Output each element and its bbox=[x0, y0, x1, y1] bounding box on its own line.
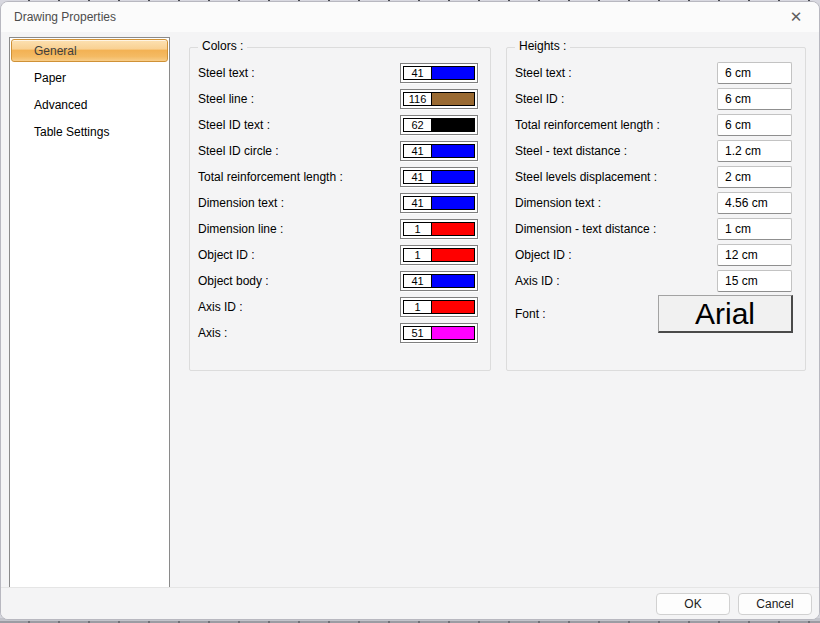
color-swatch[interactable] bbox=[432, 327, 474, 339]
sidebar-item-label: Paper bbox=[34, 71, 66, 85]
height-row: Axis ID : 15 cm bbox=[507, 268, 805, 294]
color-row: Steel line : 116 bbox=[190, 86, 490, 112]
color-swatch[interactable] bbox=[432, 145, 474, 157]
color-row: Dimension line : 1 bbox=[190, 216, 490, 242]
sidebar-item-table-settings[interactable]: Table Settings bbox=[10, 118, 169, 145]
height-value-field[interactable]: 1.2 cm bbox=[717, 140, 792, 162]
drawing-properties-dialog: Drawing Properties ✕ General Paper Advan… bbox=[0, 1, 820, 620]
color-picker-inner: 41 bbox=[403, 196, 475, 210]
height-row-label: Steel ID : bbox=[515, 92, 564, 106]
color-picker-control[interactable]: 41 bbox=[400, 141, 478, 161]
color-picker-inner: 116 bbox=[403, 92, 475, 106]
color-picker-control[interactable]: 41 bbox=[400, 193, 478, 213]
color-row-label: Steel text : bbox=[198, 66, 255, 80]
color-swatch[interactable] bbox=[432, 93, 474, 105]
color-swatch[interactable] bbox=[432, 171, 474, 183]
colors-rows: Steel text : 41 Steel line : 116 Steel I… bbox=[190, 60, 490, 346]
sidebar-item-label: Advanced bbox=[34, 98, 87, 112]
color-swatch[interactable] bbox=[432, 301, 474, 313]
color-picker-control[interactable]: 51 bbox=[400, 323, 478, 343]
height-row-label: Dimension text : bbox=[515, 196, 601, 210]
font-row: Font : Arial bbox=[507, 294, 805, 334]
height-value-field[interactable]: 6 cm bbox=[717, 114, 792, 136]
window-title: Drawing Properties bbox=[14, 10, 116, 24]
color-number-field[interactable]: 41 bbox=[404, 197, 432, 209]
color-number-field[interactable]: 116 bbox=[404, 93, 432, 105]
color-row: Dimension text : 41 bbox=[190, 190, 490, 216]
heights-group: Heights : Steel text : 6 cm Steel ID : 6… bbox=[506, 47, 806, 371]
height-value-field[interactable]: 6 cm bbox=[717, 62, 792, 84]
sidebar-item-paper[interactable]: Paper bbox=[10, 64, 169, 91]
height-row: Dimension - text distance : 1 cm bbox=[507, 216, 805, 242]
color-picker-inner: 1 bbox=[403, 248, 475, 262]
colors-group-title: Colors : bbox=[198, 39, 247, 53]
height-value-field[interactable]: 12 cm bbox=[717, 244, 792, 266]
color-number-field[interactable]: 41 bbox=[404, 171, 432, 183]
color-number-field[interactable]: 41 bbox=[404, 145, 432, 157]
color-picker-inner: 41 bbox=[403, 170, 475, 184]
color-number-field[interactable]: 62 bbox=[404, 119, 432, 131]
color-row: Object ID : 1 bbox=[190, 242, 490, 268]
font-button[interactable]: Arial bbox=[658, 295, 793, 333]
height-row: Object ID : 12 cm bbox=[507, 242, 805, 268]
height-value-field[interactable]: 6 cm bbox=[717, 88, 792, 110]
color-picker-inner: 41 bbox=[403, 144, 475, 158]
colors-group: Colors : Steel text : 41 Steel line : 11… bbox=[189, 47, 491, 371]
color-row: Steel text : 41 bbox=[190, 60, 490, 86]
height-value-field[interactable]: 15 cm bbox=[717, 270, 792, 292]
color-row: Total reinforcement length : 41 bbox=[190, 164, 490, 190]
height-row-label: Total reinforcement length : bbox=[515, 118, 660, 132]
color-number-field[interactable]: 1 bbox=[404, 223, 432, 235]
color-row-label: Axis ID : bbox=[198, 300, 243, 314]
height-value-field[interactable]: 2 cm bbox=[717, 166, 792, 188]
dialog-footer: OK Cancel bbox=[1, 587, 819, 619]
color-picker-inner: 41 bbox=[403, 274, 475, 288]
color-swatch[interactable] bbox=[432, 275, 474, 287]
height-row-label: Steel - text distance : bbox=[515, 144, 627, 158]
color-picker-control[interactable]: 41 bbox=[400, 63, 478, 83]
color-row-label: Steel line : bbox=[198, 92, 254, 106]
height-row-label: Axis ID : bbox=[515, 274, 560, 288]
color-row-label: Total reinforcement length : bbox=[198, 170, 343, 184]
color-picker-control[interactable]: 1 bbox=[400, 297, 478, 317]
color-number-field[interactable]: 1 bbox=[404, 301, 432, 313]
color-picker-inner: 41 bbox=[403, 66, 475, 80]
color-picker-inner: 1 bbox=[403, 222, 475, 236]
height-row: Dimension text : 4.56 cm bbox=[507, 190, 805, 216]
height-row: Total reinforcement length : 6 cm bbox=[507, 112, 805, 138]
color-swatch[interactable] bbox=[432, 223, 474, 235]
color-row: Object body : 41 bbox=[190, 268, 490, 294]
color-picker-control[interactable]: 62 bbox=[400, 115, 478, 135]
height-row-label: Steel text : bbox=[515, 66, 572, 80]
height-value-field[interactable]: 4.56 cm bbox=[717, 192, 792, 214]
color-picker-control[interactable]: 116 bbox=[400, 89, 478, 109]
color-picker-inner: 1 bbox=[403, 300, 475, 314]
sidebar-item-general[interactable]: General bbox=[11, 39, 168, 62]
color-picker-control[interactable]: 41 bbox=[400, 167, 478, 187]
color-swatch[interactable] bbox=[432, 119, 474, 131]
color-row-label: Dimension text : bbox=[198, 196, 284, 210]
color-swatch[interactable] bbox=[432, 67, 474, 79]
titlebar: Drawing Properties ✕ bbox=[1, 2, 819, 32]
color-row-label: Object body : bbox=[198, 274, 269, 288]
height-row: Steel levels displacement : 2 cm bbox=[507, 164, 805, 190]
color-picker-control[interactable]: 1 bbox=[400, 219, 478, 239]
color-number-field[interactable]: 41 bbox=[404, 275, 432, 287]
height-row: Steel ID : 6 cm bbox=[507, 86, 805, 112]
sidebar-item-advanced[interactable]: Advanced bbox=[10, 91, 169, 118]
color-picker-control[interactable]: 41 bbox=[400, 271, 478, 291]
color-row-label: Dimension line : bbox=[198, 222, 283, 236]
color-number-field[interactable]: 1 bbox=[404, 249, 432, 261]
height-value-field[interactable]: 1 cm bbox=[717, 218, 792, 240]
color-swatch[interactable] bbox=[432, 249, 474, 261]
color-number-field[interactable]: 41 bbox=[404, 67, 432, 79]
cancel-button[interactable]: Cancel bbox=[738, 593, 812, 615]
color-picker-control[interactable]: 1 bbox=[400, 245, 478, 265]
color-picker-inner: 51 bbox=[403, 326, 475, 340]
color-row-label: Steel ID circle : bbox=[198, 144, 279, 158]
close-icon[interactable]: ✕ bbox=[779, 3, 813, 30]
color-row: Steel ID circle : 41 bbox=[190, 138, 490, 164]
ok-button[interactable]: OK bbox=[656, 593, 730, 615]
color-swatch[interactable] bbox=[432, 197, 474, 209]
color-number-field[interactable]: 51 bbox=[404, 327, 432, 339]
